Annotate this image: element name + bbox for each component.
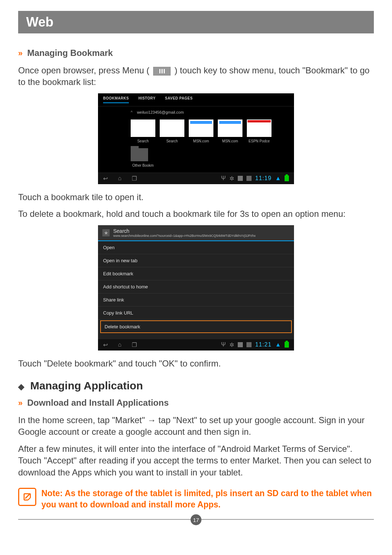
menu-open[interactable]: Open — [98, 241, 294, 254]
menu-delete-bookmark[interactable]: Delete bookmark — [100, 320, 292, 333]
page-number: 17 — [191, 514, 201, 525]
diamond-icon: ◆ — [18, 382, 24, 391]
context-url: www.searchmobileonline.com/?sourceid=1&a… — [113, 234, 256, 238]
delete-bookmark-intro: To delete a bookmark, hold and touch a b… — [18, 208, 374, 220]
subsection-title: Download and Install Applications — [27, 398, 169, 408]
recent-icon[interactable]: ❐ — [132, 175, 137, 182]
chevron-icon: » — [18, 398, 23, 408]
back-icon[interactable]: ↩ — [103, 175, 108, 182]
battery-icon — [285, 175, 289, 181]
chevron-icon: » — [18, 49, 23, 58]
section-managing-application: ◆ Managing Application — [18, 380, 374, 392]
bookmark-tile-label: MSN.com — [218, 139, 242, 143]
back-icon[interactable]: ↩ — [103, 341, 108, 348]
bookmark-tile-label: Search — [131, 139, 155, 143]
tray-icon — [238, 342, 243, 347]
page-header: Web — [18, 11, 374, 33]
home-icon[interactable]: ⌂ — [118, 175, 122, 182]
menu-add-shortcut[interactable]: Add shortcut to home — [98, 280, 294, 293]
mail-icon — [246, 342, 252, 347]
usb-icon: Ψ — [221, 341, 226, 348]
tab-history[interactable]: HISTORY — [138, 96, 155, 103]
bookmark-folder[interactable]: Other Bookm — [131, 146, 155, 167]
delete-confirm-text: Touch "Delete bookmark" and touch "OK" t… — [18, 358, 374, 369]
clock: 11:21 — [255, 341, 271, 348]
bookmark-tile[interactable]: MSN.com — [189, 119, 213, 143]
debug-icon: ✲ — [229, 341, 234, 348]
tab-saved-pages[interactable]: SAVED PAGES — [165, 96, 193, 103]
section-title: Managing Bookmark — [27, 48, 113, 58]
bookmark-tile-label: Search — [160, 139, 184, 143]
bookmark-tabs: BOOKMARKS HISTORY SAVED PAGES — [98, 93, 294, 106]
bookmark-tile[interactable]: ESPN Podce — [247, 119, 271, 143]
bookmarks-screenshot: BOOKMARKS HISTORY SAVED PAGES weiluo1234… — [98, 93, 294, 184]
context-title: Search — [113, 228, 256, 234]
bookmark-tile[interactable]: MSN.com — [218, 119, 242, 143]
section-managing-bookmark: » Managing Bookmark — [18, 48, 374, 58]
bookmark-tile[interactable]: Search — [160, 119, 184, 143]
android-navbar: ↩ ⌂ ❐ Ψ ✲ 11:19 ▲ — [98, 173, 294, 184]
note-text: Note: As the storage of the tablet is li… — [41, 488, 374, 510]
folder-label: Other Bookm — [131, 163, 155, 167]
wifi-icon: ▲ — [275, 341, 281, 348]
bookmark-tile-label: ESPN Podce — [247, 139, 271, 143]
battery-icon — [285, 342, 289, 348]
note-block: Note: As the storage of the tablet is li… — [18, 488, 374, 510]
context-menu-screenshot: ★ Search www.searchmobileonline.com/?sou… — [98, 225, 294, 351]
menu-key-icon — [153, 67, 171, 76]
account-label[interactable]: weiluo123456@gmail.com — [98, 106, 294, 117]
home-icon[interactable]: ⌂ — [118, 341, 122, 348]
note-icon — [18, 488, 36, 506]
menu-edit-bookmark[interactable]: Edit bookmark — [98, 267, 294, 280]
bookmark-intro: Once open browser, press Menu ( ) touch … — [18, 65, 374, 88]
globe-icon: ★ — [102, 229, 110, 236]
tab-bookmarks[interactable]: BOOKMARKS — [103, 96, 129, 103]
market-setup-text: In the home screen, tap "Market" → tap "… — [18, 414, 374, 438]
subsection-download-install: » Download and Install Applications — [18, 398, 374, 408]
context-header: ★ Search www.searchmobileonline.com/?sou… — [98, 225, 294, 241]
bookmark-tile-label: MSN.com — [189, 139, 213, 143]
market-terms-text: After a few minutes, it will enter into … — [18, 443, 374, 478]
android-navbar: ↩ ⌂ ❐ Ψ ✲ 11:21 ▲ — [98, 339, 294, 351]
menu-share-link[interactable]: Share link — [98, 293, 294, 307]
open-bookmark-text: Touch a bookmark tile to open it. — [18, 191, 374, 203]
mail-icon — [246, 176, 252, 181]
menu-open-new-tab[interactable]: Open in new tab — [98, 254, 294, 267]
bookmark-tile[interactable]: Search — [131, 119, 155, 143]
debug-icon: ✲ — [229, 175, 234, 182]
menu-copy-url[interactable]: Copy link URL — [98, 307, 294, 320]
wifi-icon: ▲ — [275, 175, 281, 182]
usb-icon: Ψ — [221, 175, 226, 182]
tray-icon — [238, 176, 243, 181]
section2-title: Managing Application — [30, 380, 143, 392]
clock: 11:19 — [255, 175, 271, 182]
recent-icon[interactable]: ❐ — [132, 341, 137, 348]
